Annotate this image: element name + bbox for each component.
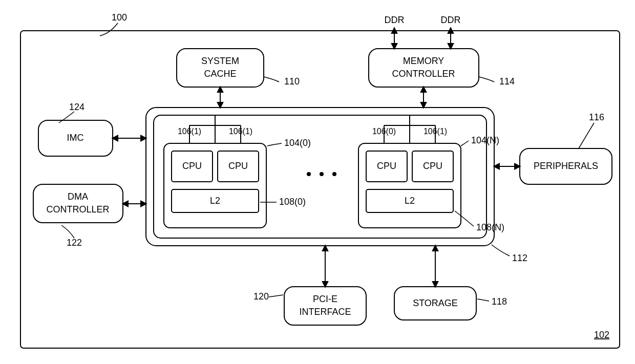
ref-106-nb: 106(1) [424,127,447,136]
ref-120: 120 [253,291,269,302]
ref-108-n: 108(N) [476,222,504,232]
ref-124: 124 [69,102,84,112]
pcie-box [284,287,366,325]
l2-n-label: L2 [405,196,415,206]
ref-110: 110 [284,76,300,87]
ref-108-0: 108(0) [279,197,306,207]
pcie-label-1: PCI-E [313,294,337,304]
ref-112: 112 [512,253,527,263]
ref-104-n: 104(N) [471,135,499,145]
ref-106-0b: 106(1) [229,127,252,136]
ref-100: 100 [112,12,127,23]
system-cache-label-1: SYSTEM [201,56,239,66]
ref-118: 118 [492,296,507,307]
ref-116: 116 [589,112,604,122]
cpu-n-0-label: CPU [377,161,396,171]
ref-106-na: 106(0) [372,127,396,136]
system-cache-box [177,49,264,87]
ref-122: 122 [67,238,82,248]
ref-114: 114 [499,76,515,87]
ref-102: 102 [594,330,609,340]
l2-0-label: L2 [210,196,220,206]
system-cache-label-2: CACHE [204,69,236,79]
storage-label: STORAGE [413,298,458,308]
pcie-label-2: INTERFACE [299,307,351,317]
cpu-0-0-label: CPU [182,161,202,171]
ddr-label-1: DDR [385,15,405,25]
imc-label: IMC [67,133,84,143]
periph-label: PERIPHERALS [534,161,598,171]
ellipsis-dot-2 [320,172,324,176]
ddr-label-2: DDR [441,15,461,25]
ref-104-0: 104(0) [284,138,311,148]
dma-controller-box [33,184,123,223]
dma-label-1: DMA [68,191,88,202]
ellipsis-dot-3 [332,172,336,176]
diagram-root: 100 102 SYSTEM CACHE 110 MEMORY CONTROLL… [0,0,635,364]
dma-label-2: CONTROLLER [46,204,109,215]
cpu-0-1-label: CPU [228,161,248,171]
memctrl-label-2: CONTROLLER [392,69,455,79]
cpu-n-1-label: CPU [423,161,442,171]
ref-106-0a: 106(1) [178,127,201,136]
memory-controller-box [369,49,479,87]
ellipsis-dot-1 [307,172,311,176]
memctrl-label-1: MEMORY [403,56,444,66]
